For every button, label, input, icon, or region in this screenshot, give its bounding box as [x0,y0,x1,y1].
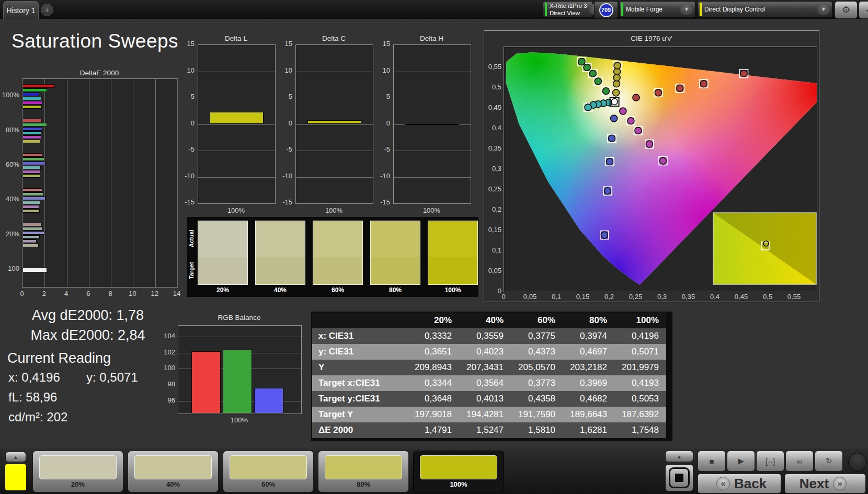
record-indicator-button[interactable] [848,453,867,472]
refresh-icon: ↻ [826,456,832,466]
actual-swatch [371,221,420,257]
actual-swatch [428,221,477,257]
delta_h-y-tick: 5 [378,93,390,100]
rgb-balance-plot [178,325,302,414]
table-cell: 0,3344 [407,378,459,388]
table-cell: 0,4358 [511,394,563,404]
back-button-label: Back [734,476,767,492]
settings-button[interactable]: ⚙ [835,1,858,19]
gridline [394,151,471,151]
table-cell: 0,4373 [511,347,563,357]
transport-continuous-button[interactable]: ∞ [785,451,814,472]
cie-x-tick: 0,35 [681,293,696,301]
transport-range-button[interactable]: [··] [756,451,784,472]
deltae2000-x-tick: 10 [126,290,139,297]
cie-y-tick: 0,1 [484,246,501,254]
target-row-label: Target [188,255,196,287]
swatch-label: 40% [255,286,305,295]
source-dropdown[interactable]: Mobile Forge ▼ [619,1,695,18]
delta_h-y-tick: 10 [378,66,390,74]
rgb-balance-title: RGB Balance [178,314,301,321]
transport-play-button[interactable]: ▶ [727,451,755,472]
deltae2000-bar [22,244,39,247]
cie-plot [504,47,817,292]
next-button[interactable]: Next » [784,474,866,493]
cie-x-tick: 0,55 [786,293,802,301]
table-row-label: Target x:CIE31 [312,378,407,388]
cie-y-tick: 0,35 [484,144,501,152]
pattern-window-button[interactable] [665,464,693,491]
pattern-label: 60% [223,480,313,488]
workflow-status-indicator [700,3,702,16]
collapse-panel-button[interactable]: ◀ [859,1,868,19]
pattern-button-20%[interactable]: 20% [32,451,123,492]
gridline [296,124,373,125]
transport-refresh-button[interactable]: ↻ [815,451,843,472]
delta_h-y-tick: -10 [378,172,390,180]
table-row-label: Target y:CIE31 [312,394,407,404]
table-row-label: Target Y [312,409,407,420]
pattern-swatch [134,455,212,479]
cie-point-magenta [627,118,634,124]
gridline [394,72,471,72]
colorspace-badge[interactable]: 709 [594,1,618,19]
table-header-row: 20%40%60%80%100% [312,313,666,328]
gear-icon: ⚙ [842,4,850,16]
table-column-header: 60% [511,315,563,326]
swatch-label: 80% [370,286,420,295]
table-cell: 1,7548 [614,425,666,435]
cie-title: CIE 1976 u'v' [484,35,819,42]
deltae2000-bar [22,235,40,239]
rgb-balance-chart: RGB Balance1041021009896100% [162,314,302,426]
table-cell: 187,6392 [614,409,666,420]
table-row: Target x:CIE310,33440,35640,37730,39690,… [312,375,666,391]
deltae2000-chart: DeltaE 200002468101214100%80%60%40%20%10… [0,69,189,299]
gridline [296,98,373,98]
gridline [155,79,156,287]
deltae2000-bar [22,119,42,122]
deltae2000-bar [22,131,41,135]
meter-dropdown[interactable]: X-Rite i1Pro 3 Direct View ▼ [543,1,593,18]
cie-point-blue [611,115,618,122]
target-swatch [256,257,305,284]
cie-x-tick: 0,05 [522,293,538,301]
table-cell: 194,4281 [459,409,511,420]
pattern-button-80%[interactable]: 80% [318,451,409,492]
delta_h-plot [393,44,471,204]
delta_c-y-tick: 15 [280,40,292,48]
pattern-button-100%[interactable]: 100% [413,451,504,492]
table-column-header: 40% [459,315,511,326]
delta_l-y-tick: -5 [182,145,195,153]
workflow-dropdown[interactable]: Direct Display Control ▼ [698,1,832,18]
delta_h-y-tick: 15 [378,40,390,48]
deltae2000-bar [22,239,37,243]
delta-c-chart: Delta C151050-5-10-15100% [280,35,373,215]
pattern-swatch [39,455,117,479]
pattern-list-up-button[interactable]: ▲ [5,452,26,462]
cie-point-yellow [614,62,621,69]
cie-y-tick: 0,5 [484,83,501,91]
delta_l-x-label: 100% [198,206,275,214]
colorspace-badge-value: 709 [599,3,613,17]
deltae2000-bar [22,157,44,161]
back-button[interactable]: « Back [698,474,781,493]
pattern-swatch [325,455,402,479]
pattern-button-40%[interactable]: 40% [128,451,219,492]
table-column-header: 20% [407,315,459,326]
deltae2000-bar [22,223,41,226]
transport-stop-button[interactable]: ■ [698,451,726,472]
up-arrow-icon: ▲ [13,454,18,460]
workflow-dropdown-label: Direct Display Control [704,6,815,13]
history-tab[interactable]: History 1 [3,1,39,19]
pattern-button-60%[interactable]: 60% [223,451,314,492]
pattern-window-up-button[interactable]: ▲ [665,451,693,462]
cie-point-yellow [613,89,620,96]
cie-x-tick: 0,4 [707,293,723,301]
delta-l-chart: Delta L151050-5-10-15100% [182,35,275,215]
table-row: Target Y197,9018194,4281191,7590189,6643… [312,407,666,422]
table-cell: 1,5810 [511,425,563,435]
deltae2000-y-tick: 40% [0,195,19,203]
cie-x-tick: 0,5 [760,293,775,301]
add-tab-button[interactable]: + [41,4,53,16]
gridline [44,79,45,287]
